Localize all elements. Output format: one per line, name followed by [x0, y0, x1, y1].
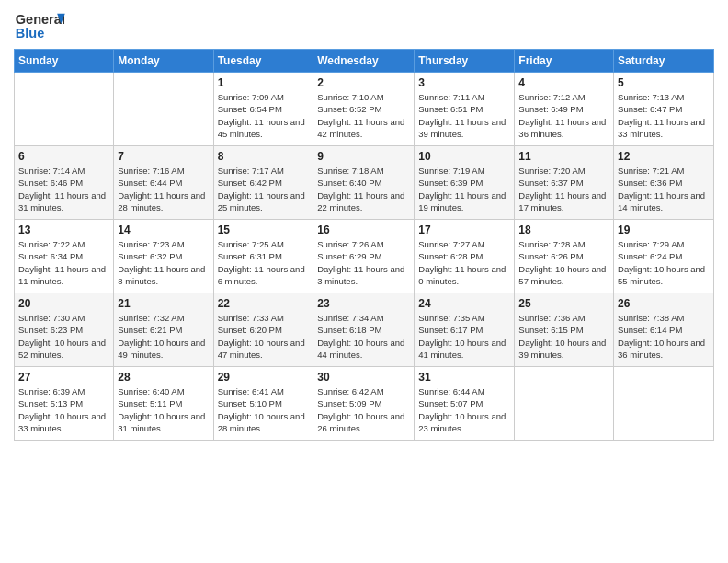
day-info: Sunrise: 6:39 AM Sunset: 5:13 PM Dayligh…	[18, 385, 109, 434]
day-info: Sunrise: 7:13 AM Sunset: 6:47 PM Dayligh…	[618, 91, 710, 140]
day-number: 27	[18, 371, 109, 384]
day-info: Sunrise: 6:40 AM Sunset: 5:11 PM Dayligh…	[118, 385, 209, 434]
calendar-week-row: 20Sunrise: 7:30 AM Sunset: 6:23 PM Dayli…	[15, 293, 714, 367]
day-number: 5	[618, 76, 710, 89]
day-info: Sunrise: 7:38 AM Sunset: 6:14 PM Dayligh…	[618, 312, 710, 361]
day-info: Sunrise: 7:16 AM Sunset: 6:44 PM Dayligh…	[118, 165, 209, 213]
day-number: 1	[218, 76, 310, 89]
logo-icon: GeneralBlue	[14, 9, 69, 41]
day-info: Sunrise: 7:17 AM Sunset: 6:42 PM Dayligh…	[218, 165, 310, 213]
calendar-cell: 4Sunrise: 7:12 AM Sunset: 6:49 PM Daylig…	[515, 73, 614, 146]
calendar-cell: 22Sunrise: 7:33 AM Sunset: 6:20 PM Dayli…	[213, 293, 313, 367]
calendar-cell	[614, 367, 714, 441]
day-number: 31	[418, 371, 510, 384]
day-info: Sunrise: 7:12 AM Sunset: 6:49 PM Dayligh…	[518, 91, 609, 140]
calendar-cell: 2Sunrise: 7:10 AM Sunset: 6:52 PM Daylig…	[313, 73, 415, 146]
day-info: Sunrise: 7:27 AM Sunset: 6:28 PM Dayligh…	[418, 238, 510, 287]
calendar-cell: 3Sunrise: 7:11 AM Sunset: 6:51 PM Daylig…	[415, 73, 515, 146]
weekday-header-friday: Friday	[515, 50, 614, 73]
day-info: Sunrise: 7:14 AM Sunset: 6:46 PM Dayligh…	[18, 165, 109, 213]
calendar-cell: 18Sunrise: 7:28 AM Sunset: 6:26 PM Dayli…	[515, 220, 614, 293]
day-number: 30	[317, 371, 410, 384]
calendar-cell: 6Sunrise: 7:14 AM Sunset: 6:46 PM Daylig…	[15, 146, 114, 220]
calendar-cell: 8Sunrise: 7:17 AM Sunset: 6:42 PM Daylig…	[213, 146, 313, 220]
day-number: 24	[418, 297, 510, 310]
calendar-cell: 20Sunrise: 7:30 AM Sunset: 6:23 PM Dayli…	[15, 293, 114, 367]
day-number: 17	[418, 224, 510, 236]
day-number: 2	[317, 76, 410, 89]
calendar-cell: 5Sunrise: 7:13 AM Sunset: 6:47 PM Daylig…	[614, 73, 714, 146]
day-info: Sunrise: 7:23 AM Sunset: 6:32 PM Dayligh…	[118, 238, 209, 287]
calendar-cell: 28Sunrise: 6:40 AM Sunset: 5:11 PM Dayli…	[114, 367, 213, 441]
day-info: Sunrise: 7:20 AM Sunset: 6:37 PM Dayligh…	[518, 165, 609, 213]
day-number: 10	[418, 150, 510, 163]
calendar-cell: 30Sunrise: 6:42 AM Sunset: 5:09 PM Dayli…	[313, 367, 415, 441]
day-info: Sunrise: 7:35 AM Sunset: 6:17 PM Dayligh…	[418, 312, 510, 361]
day-info: Sunrise: 7:22 AM Sunset: 6:34 PM Dayligh…	[18, 238, 109, 287]
calendar-cell: 13Sunrise: 7:22 AM Sunset: 6:34 PM Dayli…	[15, 220, 114, 293]
day-number: 4	[518, 76, 609, 89]
day-number: 21	[118, 297, 209, 310]
calendar-cell: 31Sunrise: 6:44 AM Sunset: 5:07 PM Dayli…	[415, 367, 515, 441]
day-info: Sunrise: 6:44 AM Sunset: 5:07 PM Dayligh…	[418, 385, 510, 434]
calendar-cell: 14Sunrise: 7:23 AM Sunset: 6:32 PM Dayli…	[114, 220, 213, 293]
weekday-header-wednesday: Wednesday	[313, 50, 415, 73]
day-info: Sunrise: 7:09 AM Sunset: 6:54 PM Dayligh…	[218, 91, 310, 140]
weekday-header-sunday: Sunday	[15, 50, 114, 73]
day-info: Sunrise: 6:41 AM Sunset: 5:10 PM Dayligh…	[218, 385, 310, 434]
weekday-header-monday: Monday	[114, 50, 213, 73]
day-info: Sunrise: 7:32 AM Sunset: 6:21 PM Dayligh…	[118, 312, 209, 361]
day-number: 29	[218, 371, 310, 384]
day-number: 3	[418, 76, 510, 89]
day-number: 7	[118, 150, 209, 163]
day-number: 13	[18, 224, 109, 236]
calendar-cell: 24Sunrise: 7:35 AM Sunset: 6:17 PM Dayli…	[415, 293, 515, 367]
calendar-cell: 7Sunrise: 7:16 AM Sunset: 6:44 PM Daylig…	[114, 146, 213, 220]
calendar-body: 1Sunrise: 7:09 AM Sunset: 6:54 PM Daylig…	[15, 73, 714, 441]
svg-text:Blue: Blue	[16, 26, 45, 40]
day-info: Sunrise: 7:19 AM Sunset: 6:39 PM Dayligh…	[418, 165, 510, 213]
day-number: 20	[18, 297, 109, 310]
day-number: 8	[218, 150, 310, 163]
day-number: 15	[218, 224, 310, 236]
calendar-cell: 23Sunrise: 7:34 AM Sunset: 6:18 PM Dayli…	[313, 293, 415, 367]
calendar-cell: 11Sunrise: 7:20 AM Sunset: 6:37 PM Dayli…	[515, 146, 614, 220]
calendar-week-row: 6Sunrise: 7:14 AM Sunset: 6:46 PM Daylig…	[15, 146, 714, 220]
calendar-cell: 16Sunrise: 7:26 AM Sunset: 6:29 PM Dayli…	[313, 220, 415, 293]
day-number: 26	[618, 297, 710, 310]
calendar-week-row: 27Sunrise: 6:39 AM Sunset: 5:13 PM Dayli…	[15, 367, 714, 441]
day-info: Sunrise: 7:28 AM Sunset: 6:26 PM Dayligh…	[518, 238, 609, 287]
weekday-header-tuesday: Tuesday	[213, 50, 313, 73]
header: GeneralBlue	[14, 9, 714, 41]
day-info: Sunrise: 7:10 AM Sunset: 6:52 PM Dayligh…	[317, 91, 410, 140]
day-info: Sunrise: 7:30 AM Sunset: 6:23 PM Dayligh…	[18, 312, 109, 361]
day-number: 11	[518, 150, 609, 163]
calendar-week-row: 1Sunrise: 7:09 AM Sunset: 6:54 PM Daylig…	[15, 73, 714, 146]
day-number: 9	[317, 150, 410, 163]
calendar-cell: 21Sunrise: 7:32 AM Sunset: 6:21 PM Dayli…	[114, 293, 213, 367]
calendar-cell	[114, 73, 213, 146]
day-number: 25	[518, 297, 609, 310]
day-number: 18	[518, 224, 609, 236]
day-info: Sunrise: 7:36 AM Sunset: 6:15 PM Dayligh…	[518, 312, 609, 361]
day-number: 22	[218, 297, 310, 310]
day-number: 12	[618, 150, 710, 163]
calendar-cell	[515, 367, 614, 441]
calendar-header: SundayMondayTuesdayWednesdayThursdayFrid…	[15, 50, 714, 73]
calendar-cell: 9Sunrise: 7:18 AM Sunset: 6:40 PM Daylig…	[313, 146, 415, 220]
day-number: 16	[317, 224, 410, 236]
calendar-cell: 1Sunrise: 7:09 AM Sunset: 6:54 PM Daylig…	[213, 73, 313, 146]
calendar-cell: 10Sunrise: 7:19 AM Sunset: 6:39 PM Dayli…	[415, 146, 515, 220]
day-number: 14	[118, 224, 209, 236]
weekday-header-row: SundayMondayTuesdayWednesdayThursdayFrid…	[15, 50, 714, 73]
calendar-cell: 15Sunrise: 7:25 AM Sunset: 6:31 PM Dayli…	[213, 220, 313, 293]
calendar-cell: 26Sunrise: 7:38 AM Sunset: 6:14 PM Dayli…	[614, 293, 714, 367]
day-number: 6	[18, 150, 109, 163]
day-info: Sunrise: 7:34 AM Sunset: 6:18 PM Dayligh…	[317, 312, 410, 361]
day-number: 23	[317, 297, 410, 310]
weekday-header-thursday: Thursday	[415, 50, 515, 73]
day-info: Sunrise: 7:21 AM Sunset: 6:36 PM Dayligh…	[618, 165, 710, 213]
day-info: Sunrise: 7:29 AM Sunset: 6:24 PM Dayligh…	[618, 238, 710, 287]
day-info: Sunrise: 7:33 AM Sunset: 6:20 PM Dayligh…	[218, 312, 310, 361]
calendar-cell: 12Sunrise: 7:21 AM Sunset: 6:36 PM Dayli…	[614, 146, 714, 220]
